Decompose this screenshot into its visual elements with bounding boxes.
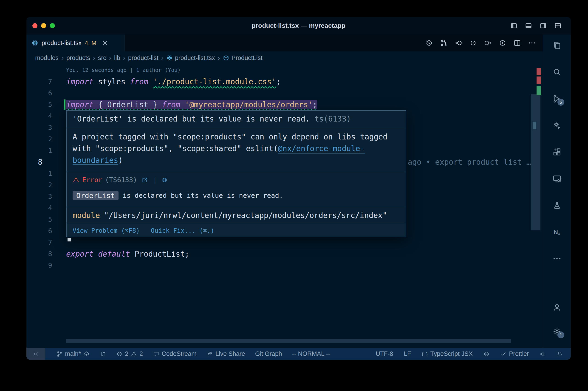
status-item-announcement[interactable] <box>540 348 546 360</box>
vertical-scrollbar[interactable] <box>531 95 540 230</box>
activity-item-accounts[interactable] <box>552 302 562 312</box>
activity-item-run-and-debug[interactable] <box>552 120 562 130</box>
status-label: Live Share <box>215 350 245 357</box>
code-text[interactable]: import { OrderList } from '@myreactapp/m… <box>66 100 317 109</box>
share-icon <box>207 351 213 357</box>
nx-enforce-module-boundaries-link[interactable]: @nx/enforce-module- <box>278 144 365 153</box>
status-item-remote-indicator[interactable] <box>26 348 45 360</box>
codelens-blame[interactable]: You, 12 seconds ago | 1 author (You) <box>66 67 181 73</box>
changes-icon[interactable] <box>469 39 477 47</box>
nx-enforce-module-boundaries-link-2[interactable]: boundaries <box>73 156 118 165</box>
status-item-compare-changes[interactable] <box>100 348 106 360</box>
activity-item-search[interactable] <box>552 67 562 77</box>
breadcrumb-item-product-list[interactable]: product-list <box>128 54 159 62</box>
more-actions-icon[interactable] <box>528 39 536 47</box>
compare-changes-icon[interactable] <box>440 39 448 47</box>
breadcrumb-separator: › <box>109 54 111 62</box>
breadcrumb-item-src[interactable]: src <box>98 54 106 62</box>
status-label: main* <box>65 350 81 357</box>
editor-pane[interactable]: You, 12 seconds ago | 1 author (You)7imp… <box>26 64 543 348</box>
minimize-window-button[interactable] <box>41 23 46 28</box>
overview-ruler-added-marker <box>537 86 541 95</box>
symbol-chip: OrderList <box>73 191 118 200</box>
search-icon <box>552 67 562 77</box>
status-item-prettier[interactable]: Prettier <box>500 348 529 360</box>
status-bar: main*22CodeStreamLive ShareGit Graph-- N… <box>26 348 571 360</box>
status-label: UTF-8 <box>376 350 393 357</box>
close-window-button[interactable] <box>32 23 37 28</box>
breadcrumb-label: products <box>66 54 90 62</box>
horizontal-scrollbar[interactable] <box>66 339 511 343</box>
activity-item-nx-console[interactable]: Nx <box>552 227 562 237</box>
editor-line: 6 <box>26 87 543 99</box>
status-item-language-mode[interactable]: { }TypeScript JSX <box>421 348 473 360</box>
layout-left-icon[interactable] <box>510 22 517 29</box>
zoom-window-button[interactable] <box>50 23 55 28</box>
account-icon <box>552 302 562 312</box>
breadcrumb-item-products[interactable]: products <box>66 54 90 62</box>
activity-item-testing[interactable] <box>552 200 562 210</box>
status-item-feedback[interactable] <box>483 348 490 360</box>
next-change-icon[interactable] <box>484 39 492 47</box>
activity-item-extensions[interactable] <box>552 147 562 157</box>
activity-item-additional-views[interactable] <box>552 254 562 264</box>
breadcrumb-item-lib[interactable]: lib <box>114 54 120 62</box>
beaker-icon <box>552 200 562 210</box>
hover-diagnostics-popup: 'OrderList' is declared but its value is… <box>66 110 406 237</box>
quick-fix-action[interactable]: Quick Fix... (⌘.) <box>151 227 214 234</box>
breadcrumb-label: modules <box>35 54 59 62</box>
status-item-live-share[interactable]: Live Share <box>207 348 245 360</box>
error-circle-icon <box>116 351 123 357</box>
tab-product-list[interactable]: product-list.tsx 4, M <box>26 34 125 51</box>
status-item-encoding[interactable]: UTF-8 <box>376 348 393 360</box>
megaphone-icon <box>540 351 546 357</box>
line-number: 4 <box>26 112 66 120</box>
layout-right-icon[interactable] <box>540 22 547 29</box>
status-item-git-branch[interactable]: main* <box>56 348 89 360</box>
overview-ruler-cursor-marker <box>533 122 536 129</box>
popup-eslint-message: A project tagged with "scope:products" c… <box>67 127 406 171</box>
previous-change-icon[interactable] <box>455 39 462 47</box>
status-item-end-of-line[interactable]: LF <box>404 348 411 360</box>
history-icon[interactable] <box>425 39 433 47</box>
code-text[interactable]: import styles from './product-list.modul… <box>66 77 281 86</box>
line-number: 8 <box>26 158 66 167</box>
activity-item-remote-explorer[interactable] <box>552 174 562 184</box>
activity-item-manage[interactable]: 1 <box>552 326 562 337</box>
open-error-docs-icon[interactable] <box>142 177 148 183</box>
popup-resize-grip[interactable] <box>68 238 71 241</box>
breadcrumb-item-modules[interactable]: modules <box>35 54 59 62</box>
layout-panel-icon[interactable] <box>525 22 532 29</box>
run-icon[interactable] <box>499 39 506 47</box>
split-editor-icon[interactable] <box>513 39 521 47</box>
tab-decorations: 4, M <box>85 39 96 47</box>
layout-grid-icon[interactable] <box>554 22 562 29</box>
breadcrumb-item-productlist[interactable]: ProductList <box>223 54 262 62</box>
popup-actions: View Problem (⌥F8) Quick Fix... (⌘.) <box>67 224 406 237</box>
status-item-vim-mode[interactable]: -- NORMAL -- <box>292 348 330 360</box>
remote-icon <box>33 351 39 357</box>
error-label: Error <box>82 176 102 184</box>
status-label: CodeStream <box>162 350 197 357</box>
nx-icon: Nx <box>552 227 562 237</box>
view-problem-action[interactable]: View Problem (⌥F8) <box>73 227 140 234</box>
breadcrumb-separator: › <box>93 54 95 62</box>
breadcrumb-item-product-list-tsx[interactable]: product-list.tsx <box>166 54 215 62</box>
gear-play-icon <box>552 121 562 130</box>
activity-item-explorer[interactable] <box>552 40 562 51</box>
line-number: 3 <box>26 193 66 200</box>
code-text[interactable]: export default ProductList; <box>66 249 189 258</box>
git-branch-icon <box>56 351 63 357</box>
badge: 1 <box>557 331 564 338</box>
status-item-notifications[interactable] <box>557 348 563 360</box>
status-label: LF <box>404 350 411 357</box>
window-title: product-list.tsx — myreactapp <box>26 22 571 29</box>
breadcrumb-label: lib <box>114 54 120 62</box>
status-item-git-graph[interactable]: Git Graph <box>255 348 282 360</box>
activity-item-source-control-graph[interactable]: 5 <box>552 94 562 104</box>
status-label: Git Graph <box>255 350 282 357</box>
status-item-problems[interactable]: 22 <box>116 348 143 360</box>
status-item-codestream[interactable]: CodeStream <box>153 348 197 360</box>
close-tab-icon[interactable] <box>101 39 108 46</box>
globe-icon[interactable] <box>162 177 168 183</box>
